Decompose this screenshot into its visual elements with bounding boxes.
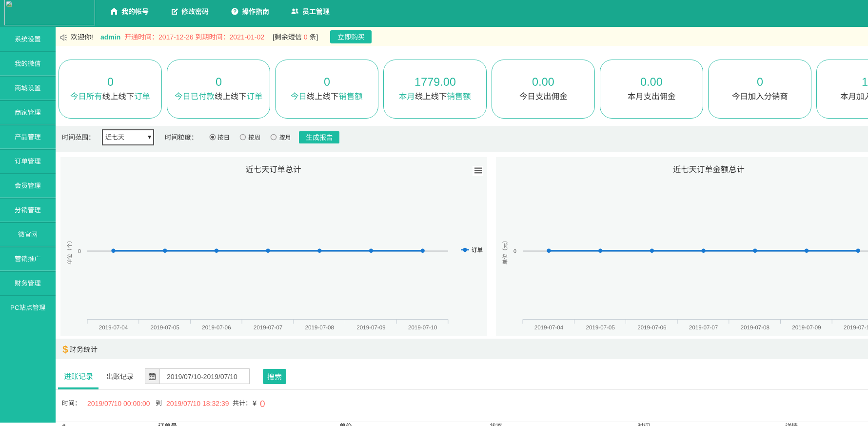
svg-text:?: ? [233,8,237,14]
